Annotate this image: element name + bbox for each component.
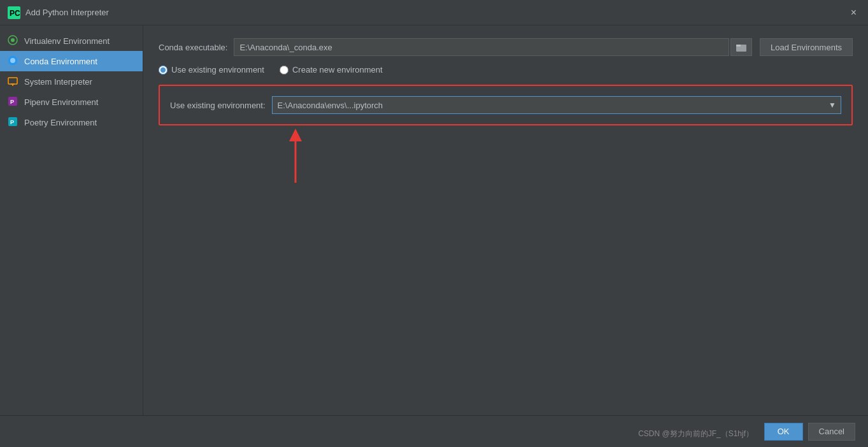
conda-executable-row: Conda executable: Load Environments	[159, 38, 853, 56]
sidebar: Virtualenv Environment Conda Environment	[0, 25, 143, 447]
sidebar-item-virtualenv[interactable]: Virtualenv Environment	[0, 31, 143, 51]
svg-marker-16	[289, 129, 302, 141]
conda-executable-label: Conda executable:	[159, 43, 227, 52]
pipenv-icon: P	[8, 96, 19, 108]
title-bar-left: PC Add Python Interpreter	[8, 6, 109, 19]
ok-button[interactable]: OK	[764, 423, 803, 441]
radio-create-new-label[interactable]: Create new environment	[280, 65, 383, 74]
system-icon	[8, 76, 19, 87]
radio-create-new[interactable]	[280, 66, 288, 74]
radio-create-new-text: Create new environment	[292, 65, 383, 74]
sidebar-item-poetry-label: Poetry Environment	[24, 118, 97, 127]
sidebar-item-pipenv[interactable]: P Pipenv Environment	[0, 92, 143, 112]
sidebar-item-virtualenv-label: Virtualenv Environment	[24, 36, 110, 46]
footer: CSDN @努力向前的JF_（S1hjf） OK Cancel	[0, 415, 868, 447]
close-button[interactable]: ×	[847, 6, 860, 19]
load-environments-button[interactable]: Load Environments	[760, 38, 853, 56]
sidebar-item-conda[interactable]: Conda Environment	[0, 51, 143, 71]
svg-text:PC: PC	[10, 9, 20, 18]
env-dropdown[interactable]: E:\Anaconda\envs\...ipytorch	[272, 96, 841, 114]
svg-text:P: P	[10, 119, 14, 125]
use-existing-env-label: Use existing environment:	[170, 101, 266, 110]
radio-use-existing[interactable]	[159, 66, 167, 74]
radio-use-existing-text: Use existing environment	[171, 65, 264, 74]
svg-point-5	[10, 58, 15, 63]
sidebar-item-pipenv-label: Pipenv Environment	[24, 97, 98, 107]
pycharm-logo-icon: PC	[8, 6, 20, 19]
browse-button[interactable]	[730, 38, 752, 56]
conda-executable-input[interactable]	[234, 38, 729, 56]
poetry-icon: P	[8, 117, 19, 128]
svg-point-3	[11, 38, 15, 42]
svg-rect-6	[8, 78, 17, 84]
radio-group: Use existing environment Create new envi…	[159, 65, 853, 74]
virtualenv-icon	[8, 35, 19, 46]
radio-use-existing-label[interactable]: Use existing environment	[159, 65, 264, 74]
folder-icon	[736, 43, 746, 52]
sidebar-item-system-label: System Interpreter	[24, 77, 92, 87]
svg-text:P: P	[10, 99, 14, 105]
sidebar-item-poetry[interactable]: P Poetry Environment	[0, 112, 143, 132]
svg-rect-14	[736, 45, 741, 46]
title-bar: PC Add Python Interpreter ×	[0, 0, 868, 25]
conda-icon	[8, 55, 19, 67]
sidebar-item-conda-label: Conda Environment	[24, 57, 97, 66]
cancel-button[interactable]: Cancel	[808, 423, 855, 441]
dialog-body: Virtualenv Environment Conda Environment	[0, 25, 868, 447]
dialog-title: Add Python Interpreter	[25, 8, 109, 17]
red-arrow-annotation	[276, 125, 315, 189]
add-python-interpreter-dialog: PC Add Python Interpreter × Virtualenv E…	[0, 0, 868, 447]
sidebar-item-system[interactable]: System Interpreter	[0, 71, 143, 92]
main-content: Conda executable: Load Environments Use …	[143, 25, 868, 447]
watermark-text: CSDN @努力向前的JF_（S1hjf）	[638, 429, 753, 439]
use-existing-env-box: Use existing environment: E:\Anaconda\en…	[159, 85, 853, 125]
env-select-wrapper: E:\Anaconda\envs\...ipytorch ▼	[272, 96, 841, 114]
